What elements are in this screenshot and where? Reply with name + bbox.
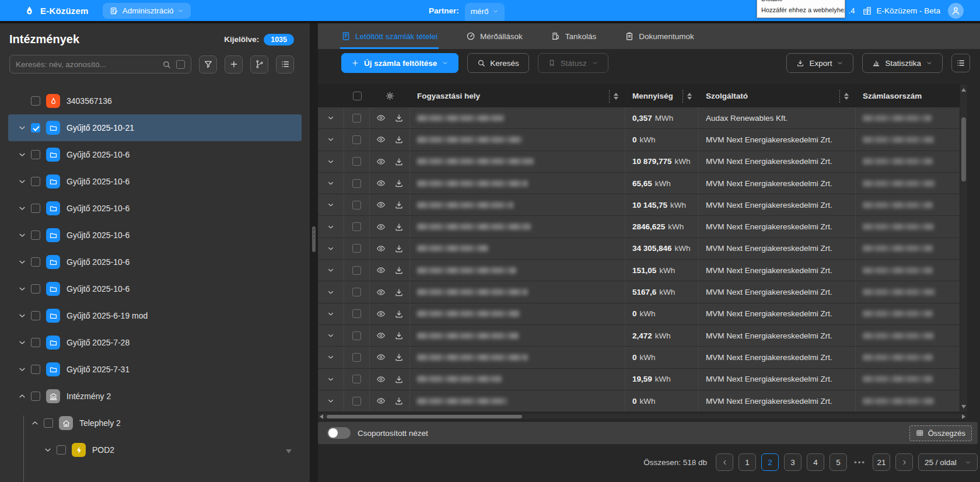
nav-admin-menu[interactable]: Adminisztráció xyxy=(103,3,191,19)
row-checkbox[interactable] xyxy=(352,353,361,362)
tree-expand-chevron-down-icon[interactable] xyxy=(18,177,27,186)
tree-expand-chevron-up-icon[interactable] xyxy=(18,392,27,401)
tree-expand-chevron-up-icon[interactable] xyxy=(30,418,40,428)
view-row-icon[interactable] xyxy=(376,135,386,144)
tree-item[interactable]: Gyűjtő 2025-10-6 xyxy=(8,168,302,195)
download-row-icon[interactable] xyxy=(394,352,404,362)
scroll-left-arrow[interactable] xyxy=(320,414,323,419)
row-expand-chevron-icon[interactable] xyxy=(327,397,335,405)
view-row-icon[interactable] xyxy=(376,200,386,209)
view-row-icon[interactable] xyxy=(376,244,386,253)
download-row-icon[interactable] xyxy=(394,331,404,340)
tree-item-checkbox[interactable] xyxy=(31,123,40,132)
pagination-ellipsis[interactable]: ••• xyxy=(852,458,867,467)
tree-item-checkbox[interactable] xyxy=(31,365,40,374)
hierarchy-view-button[interactable] xyxy=(250,55,268,74)
column-header-place[interactable]: Fogyasztási hely xyxy=(410,85,625,107)
pagination-page-4[interactable]: 4 xyxy=(807,453,824,471)
horizontal-scroll-thumb[interactable] xyxy=(327,415,522,418)
add-institution-button[interactable] xyxy=(225,55,243,74)
tree-item-checkbox[interactable] xyxy=(31,230,40,240)
view-row-icon[interactable] xyxy=(376,113,386,123)
tree-item-checkbox[interactable] xyxy=(31,257,40,267)
gear-icon[interactable] xyxy=(385,91,395,101)
tree-expand-chevron-down-icon[interactable] xyxy=(18,123,27,132)
row-checkbox[interactable] xyxy=(352,397,361,406)
row-expand-chevron-icon[interactable] xyxy=(327,158,335,166)
row-checkbox[interactable] xyxy=(352,331,361,340)
column-settings-button[interactable] xyxy=(951,54,970,72)
view-row-icon[interactable] xyxy=(376,288,386,297)
summary-button[interactable]: Összegzés xyxy=(909,425,972,441)
sidebar-scroll-down-arrow[interactable] xyxy=(286,449,292,453)
horizontal-scrollbar[interactable] xyxy=(318,414,967,419)
download-row-icon[interactable] xyxy=(394,396,404,406)
sidebar-search-box[interactable] xyxy=(9,55,191,74)
tree-expand-chevron-down-icon[interactable] xyxy=(18,311,27,320)
row-expand-chevron-icon[interactable] xyxy=(327,179,335,187)
row-expand-chevron-icon[interactable] xyxy=(327,375,335,383)
search-select-checkbox[interactable] xyxy=(176,60,185,69)
search-button[interactable]: Keresés xyxy=(467,53,529,73)
tree-item-checkbox[interactable] xyxy=(44,418,53,428)
tree-expand-chevron-down-icon[interactable] xyxy=(18,338,27,347)
view-row-icon[interactable] xyxy=(376,331,386,340)
download-row-icon[interactable] xyxy=(394,244,404,253)
tree-item-checkbox[interactable] xyxy=(31,177,40,186)
scroll-up-arrow[interactable] xyxy=(961,88,966,92)
scroll-down-arrow[interactable] xyxy=(961,405,966,408)
list-view-button[interactable] xyxy=(276,55,294,74)
row-checkbox[interactable] xyxy=(352,244,361,253)
tree-item[interactable]: Gyűjtő 2025-10-6 xyxy=(8,141,302,168)
tree-item[interactable]: Gyűjtő 2025-7-31 xyxy=(8,356,302,383)
tree-expand-chevron-down-icon[interactable] xyxy=(18,204,27,213)
tree-item-checkbox[interactable] xyxy=(31,284,40,294)
filter-button[interactable] xyxy=(199,55,217,74)
user-avatar[interactable] xyxy=(948,3,964,19)
pagination-prev-button[interactable] xyxy=(716,453,733,471)
select-all-checkbox[interactable] xyxy=(353,92,362,100)
tree-item-checkbox[interactable] xyxy=(31,392,40,401)
tree-item-checkbox[interactable] xyxy=(31,204,40,213)
new-invoice-upload-button[interactable]: Új számla feltöltése xyxy=(341,53,459,73)
tab-m-r-ll-sok[interactable]: Mérőállások xyxy=(466,23,523,49)
row-checkbox[interactable] xyxy=(352,157,361,166)
tree-item[interactable]: Gyűjtő 2025-7-28 xyxy=(8,329,302,356)
row-checkbox[interactable] xyxy=(352,135,361,144)
view-row-icon[interactable] xyxy=(376,157,386,166)
tree-item[interactable]: Gyűjtő 2025-10-21 xyxy=(8,114,302,141)
tab-tankol-s[interactable]: Tankolás xyxy=(551,23,596,49)
download-row-icon[interactable] xyxy=(394,222,404,232)
pagination-page-2[interactable]: 2 xyxy=(761,453,779,471)
pagination-page-3[interactable]: 3 xyxy=(784,453,802,471)
row-expand-chevron-icon[interactable] xyxy=(327,331,335,340)
pagination-next-button[interactable] xyxy=(895,453,913,471)
row-checkbox[interactable] xyxy=(352,179,361,188)
row-expand-chevron-icon[interactable] xyxy=(327,201,335,209)
grouped-view-toggle[interactable] xyxy=(327,427,351,439)
row-checkbox[interactable] xyxy=(352,288,361,296)
tree-item[interactable]: Gyűjtő 2025-10-6 xyxy=(8,222,302,249)
row-checkbox[interactable] xyxy=(352,309,361,318)
tree-item-checkbox[interactable] xyxy=(31,96,40,106)
tree-expand-chevron-down-icon[interactable] xyxy=(18,230,27,240)
tree-item[interactable]: Gyűjtő 2025-10-6 xyxy=(8,195,302,222)
tree-item[interactable]: POD2 xyxy=(8,436,302,463)
tree-item-checkbox[interactable] xyxy=(31,150,40,159)
tree-item[interactable]: Gyűjtő 2025-6-19 mod xyxy=(8,302,302,329)
tree-item-checkbox[interactable] xyxy=(31,338,40,347)
environment-switcher[interactable]: E-Közüzem - Beta xyxy=(862,6,940,16)
view-row-icon[interactable] xyxy=(376,309,386,319)
view-row-icon[interactable] xyxy=(376,396,386,406)
pagination-page-5[interactable]: 5 xyxy=(830,453,847,471)
column-header-invoice[interactable]: Számlasorszám xyxy=(856,85,960,107)
tree-item-checkbox[interactable] xyxy=(31,311,40,320)
download-row-icon[interactable] xyxy=(394,179,404,188)
row-expand-chevron-icon[interactable] xyxy=(327,353,335,361)
download-row-icon[interactable] xyxy=(394,135,404,144)
tree-item[interactable]: Telephely 2 xyxy=(8,410,302,436)
status-filter-button[interactable]: Státusz xyxy=(538,53,608,73)
download-row-icon[interactable] xyxy=(394,266,404,275)
partner-select[interactable]: mérő xyxy=(465,3,505,21)
panel-resize-grip[interactable] xyxy=(312,226,316,252)
